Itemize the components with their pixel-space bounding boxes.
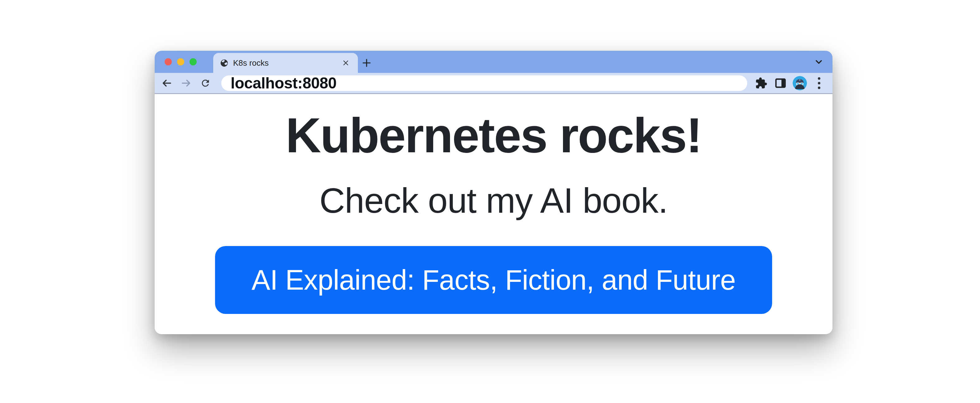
page-subtitle: Check out my AI book.: [155, 179, 832, 222]
avatar: [793, 76, 807, 90]
page-content: Kubernetes rocks! Check out my AI book. …: [155, 94, 832, 333]
tab-strip: K8s rocks: [155, 51, 832, 73]
browser-window: K8s rocks: [155, 51, 832, 334]
reload-icon[interactable]: [196, 74, 215, 92]
address-bar[interactable]: localhost:8080: [221, 75, 747, 91]
close-window-button[interactable]: [165, 58, 172, 65]
browser-toolbar: localhost:8080: [155, 73, 832, 94]
ai-book-cta-button[interactable]: AI Explained: Facts, Fiction, and Future: [215, 246, 772, 314]
url-text: localhost:8080: [231, 75, 336, 91]
forward-arrow-icon[interactable]: [177, 74, 195, 92]
extensions-puzzle-icon[interactable]: [752, 73, 771, 93]
tab-k8s-rocks[interactable]: K8s rocks: [213, 53, 358, 73]
side-panel-icon[interactable]: [771, 73, 790, 93]
tab-title: K8s rocks: [233, 58, 340, 68]
globe-icon: [220, 59, 228, 67]
traffic-lights: [165, 51, 197, 73]
page-title: Kubernetes rocks!: [155, 107, 832, 164]
zoom-window-button[interactable]: [189, 58, 197, 65]
chevron-down-icon[interactable]: [814, 51, 824, 73]
kebab-menu-icon[interactable]: [810, 73, 829, 93]
minimize-window-button[interactable]: [177, 58, 184, 65]
close-tab-icon[interactable]: [340, 57, 351, 68]
new-tab-button[interactable]: [358, 53, 375, 73]
profile-avatar[interactable]: [790, 73, 810, 93]
back-arrow-icon[interactable]: [158, 74, 176, 92]
